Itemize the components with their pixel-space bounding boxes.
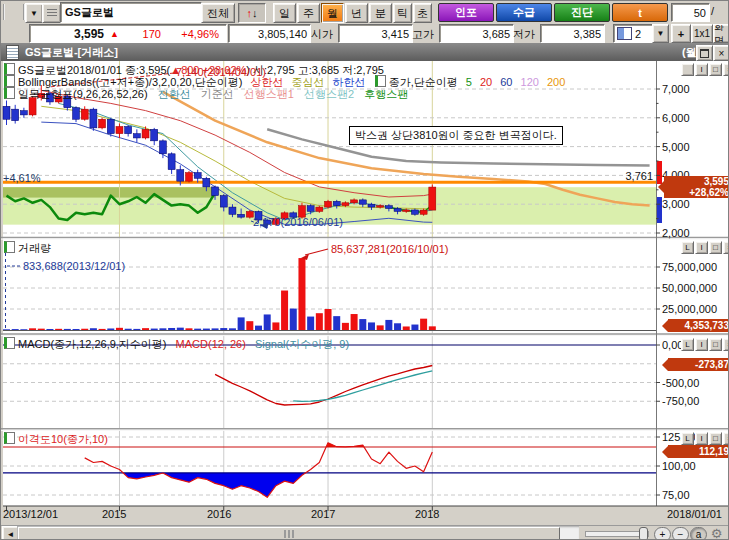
y-tick-label: 7,000 [662, 83, 690, 95]
hline-pct-label: +4,61% [3, 172, 41, 184]
annotation-high-price: 7,140(2014/04/01) [176, 66, 266, 78]
settings-wrench-icon[interactable]: ⚙ [709, 527, 724, 540]
pane-max-button[interactable]: □ [709, 432, 722, 445]
list-icon [47, 9, 57, 18]
y-tick-label: 5,000 [662, 141, 690, 153]
info-button[interactable]: 인포 [438, 3, 494, 22]
layout-1x1-button[interactable]: 1x1 [691, 24, 713, 43]
chevron-down-icon[interactable]: ▼ [25, 3, 43, 23]
chart-title: GS글로벌-[거래소] [25, 45, 118, 60]
current-volume-badge: 4,353,733 [668, 319, 729, 332]
period-minute-button[interactable]: 분 [369, 3, 392, 23]
zoom-in-button[interactable]: + [654, 527, 671, 540]
pane-close-button[interactable]: × [723, 241, 729, 254]
restore-button[interactable] [696, 45, 713, 61]
annotation-box-note[interactable]: 박스권 상단3810원이 중요한 변곡점이다. [349, 126, 563, 145]
pane-l-button[interactable]: L [681, 338, 694, 351]
hline-value-label: 3,761 [599, 170, 653, 182]
annotation-volume-min: 833,688(2013/12/01) [23, 260, 125, 272]
bar-count-input[interactable]: 50 [671, 3, 710, 22]
period-week-button[interactable]: 주 [297, 3, 320, 23]
quote-price-box: 3,595 ▲ 170 +4,96% [29, 24, 227, 43]
split-view-icon [617, 27, 632, 40]
high-value: 3,685 [482, 28, 510, 40]
slash-separator: / [711, 5, 714, 17]
split-count-value: 2 [635, 28, 641, 40]
y-tick-label: 100,00 [662, 460, 696, 472]
x-tick-label: 2018 [415, 508, 439, 520]
pane-buttons-macd: LI□× [681, 338, 729, 351]
current-macd-badge: -273,87 [668, 358, 729, 371]
scope-all-button[interactable]: 전체 [201, 3, 235, 23]
pane-close-button[interactable]: × [723, 432, 729, 445]
supply-button[interactable]: 수급 [496, 3, 552, 22]
mini-zoom-slider-thumb[interactable] [639, 527, 648, 540]
indicator-toggle-icon[interactable] [375, 75, 386, 87]
period-second-button[interactable]: 초 [413, 3, 432, 23]
y-tick-label: -500,00 [662, 377, 699, 389]
close-button[interactable]: × [713, 45, 729, 61]
toolbar-grip[interactable] [3, 4, 25, 20]
pane-max-button[interactable]: □ [709, 63, 722, 76]
x-tick-label: 2017 [311, 508, 335, 520]
legend-ichimoku: 일목균형표(9,26,26,52,26) 전환선 기준선 선행스팬1 선행스팬2… [4, 87, 408, 100]
t-button[interactable]: t [612, 3, 668, 22]
legend-disparity: 이격도10(종가,10) [4, 432, 108, 445]
stock-browse-button[interactable] [42, 3, 61, 23]
price-change-pct: +4,96% [161, 28, 219, 40]
y-tick-label: 75,000,000 [662, 261, 717, 273]
legend-volume: 거래량 [4, 241, 51, 254]
y-tick-label: -750,00 [662, 395, 699, 407]
diagnosis-button[interactable]: 진단 [554, 3, 610, 22]
grip-icon [284, 530, 294, 538]
split-count-select[interactable]: 2 [613, 24, 653, 43]
period-day-button[interactable]: 일 [273, 3, 296, 23]
chart-doc-icon [6, 45, 19, 60]
period-month-button[interactable]: 월 [321, 3, 344, 23]
y-tick-label: 6,000 [662, 112, 690, 124]
low-value-box: 3,385 [540, 24, 605, 43]
screen-button[interactable]: 화면 [713, 24, 729, 43]
period-year-button[interactable]: 년 [345, 3, 368, 23]
pane-i-button[interactable]: I [695, 241, 708, 254]
pane-close-button[interactable]: × [723, 338, 729, 351]
pane-buttons-volume: LI□× [681, 241, 729, 254]
bar-count-value: 50 [694, 7, 706, 19]
chart-titlebar[interactable]: GS글로벌-[거래소] (월) [1/2] [1, 43, 729, 61]
current-disparity-badge: 112,19 [668, 445, 729, 458]
compare-toggle-button[interactable]: ↑↓ [238, 3, 266, 23]
pane-close-button[interactable]: × [723, 63, 729, 76]
indicator-toggle-icon[interactable] [4, 75, 15, 87]
x-tick-label: 2013/12/01 [3, 508, 58, 520]
indicator-toggle-icon[interactable] [4, 337, 15, 349]
pane-max-button[interactable]: □ [709, 338, 722, 351]
up-triangle-icon: ▲ [110, 29, 119, 39]
add-pane-button[interactable]: + [671, 24, 691, 43]
split-dropdown-button[interactable]: ▼ [652, 24, 669, 43]
low-label: 저가 [513, 27, 535, 42]
pane-i-button[interactable]: I [695, 338, 708, 351]
indicator-toggle-icon[interactable] [4, 241, 15, 253]
current-price-badge: 3,595+28,62% [664, 176, 729, 198]
stock-name-input[interactable]: GS글로벌 [60, 2, 202, 23]
indicator-toggle-icon[interactable] [4, 432, 15, 444]
x-axis-right-label: 2018/01/01 [667, 508, 722, 520]
auto-fit-button[interactable]: a [690, 527, 707, 540]
pane-buttons-price: I□× [681, 63, 729, 76]
zoom-out-button[interactable]: − [672, 527, 689, 540]
open-value-box: 3,415 [338, 24, 413, 43]
y-tick-label: 75,00 [662, 489, 690, 501]
indicator-toggle-icon[interactable] [4, 87, 15, 99]
pane-i-button[interactable]: I [695, 63, 708, 76]
pane-l-button[interactable]: L [681, 241, 694, 254]
scrollbar-thumb[interactable] [18, 527, 560, 540]
pane-max-button[interactable]: □ [709, 241, 722, 254]
period-tick-button[interactable]: 틱 [393, 3, 412, 23]
day-volume: 3,805,140 [258, 28, 307, 40]
y-tick-label: 3,000 [662, 198, 690, 210]
pane-i-button[interactable]: I [695, 432, 708, 445]
pane-l-button[interactable] [681, 63, 694, 76]
pane-l-button[interactable]: L [681, 432, 694, 445]
indicator-toggle-icon[interactable] [4, 63, 15, 75]
x-tick-label: 2016 [207, 508, 231, 520]
